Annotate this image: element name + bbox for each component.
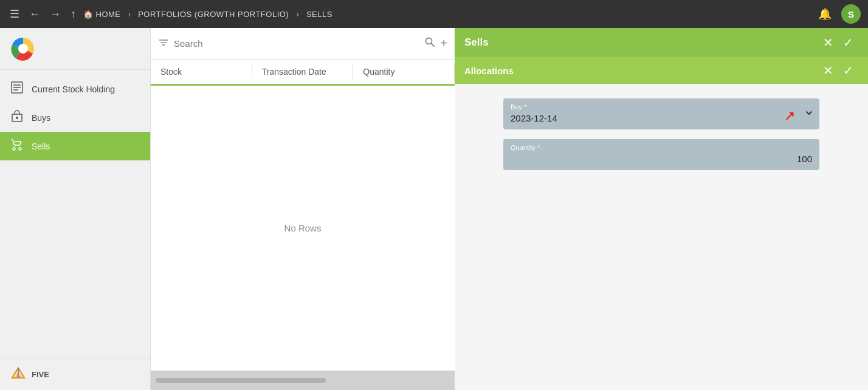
search-icon[interactable] xyxy=(424,36,435,50)
no-rows-label: No Rows xyxy=(284,223,322,233)
sidebar-item-label-sells: Sells xyxy=(32,142,50,151)
sidebar-item-current-stock[interactable]: Current Stock Holding xyxy=(0,75,150,103)
five-brand-label: FIVE xyxy=(32,370,49,379)
svg-point-7 xyxy=(16,117,18,119)
sells-panel-title: Sells xyxy=(464,36,818,49)
search-bar: + xyxy=(151,28,455,60)
sidebar-logo xyxy=(0,28,150,70)
table-header: Stock Transaction Date Quantity xyxy=(151,60,455,86)
svg-line-17 xyxy=(432,44,435,47)
allocations-panel-header: Allocations ✕ ✓ xyxy=(455,57,868,84)
buy-field-value: 2023-12-14 xyxy=(511,113,812,123)
current-stock-icon xyxy=(10,81,24,97)
quantity-field-label: Quantity * xyxy=(511,144,812,151)
home-icon: 🏠 xyxy=(83,10,94,19)
sidebar-item-label-current-stock: Current Stock Holding xyxy=(32,84,115,94)
sells-panel-close-button[interactable]: ✕ xyxy=(818,33,838,52)
horizontal-scrollbar[interactable] xyxy=(156,378,326,383)
right-panel: Sells ✕ ✓ Allocations ✕ ✓ Buy * 2023-12-… xyxy=(455,28,868,390)
buy-field-label: Buy * xyxy=(511,103,812,111)
table-footer xyxy=(151,371,455,390)
dropdown-chevron-icon[interactable] xyxy=(805,109,813,120)
quantity-field-value: 100 xyxy=(511,154,812,164)
quantity-field[interactable]: Quantity * 100 xyxy=(503,139,819,170)
svg-point-1 xyxy=(18,44,28,53)
breadcrumb-sells[interactable]: SELLS xyxy=(306,10,332,19)
svg-point-8 xyxy=(13,148,15,150)
user-avatar[interactable]: S xyxy=(841,4,861,24)
allocations-form: Buy * 2023-12-14 ↗ Quantity * 100 xyxy=(455,84,868,390)
notification-bell-icon[interactable]: 🔔 xyxy=(813,5,836,23)
sells-panel-header: Sells ✕ ✓ xyxy=(455,28,868,57)
sidebar-item-buys[interactable]: Buys xyxy=(0,103,150,132)
col-stock: Stock xyxy=(151,60,252,84)
sidebar-item-label-buys: Buys xyxy=(32,113,50,123)
sidebar-nav: Current Stock Holding Buys xyxy=(0,70,150,358)
content-area: + Stock Transaction Date Quantity No Row… xyxy=(151,28,455,390)
data-table: Stock Transaction Date Quantity No Rows xyxy=(151,60,455,390)
five-logo-icon xyxy=(10,366,27,383)
allocations-panel-confirm-button[interactable]: ✓ xyxy=(838,61,858,80)
back-icon[interactable]: ← xyxy=(27,5,43,23)
filter-icon xyxy=(158,37,169,50)
buy-field[interactable]: Buy * 2023-12-14 ↗ xyxy=(503,98,819,129)
up-icon[interactable]: ↑ xyxy=(68,5,78,23)
menu-icon[interactable]: ☰ xyxy=(7,5,22,23)
breadcrumb-sep-1: › xyxy=(128,9,131,19)
breadcrumb-home[interactable]: 🏠 HOME xyxy=(83,10,121,19)
logo-icon xyxy=(10,35,36,62)
search-input[interactable] xyxy=(174,38,419,49)
buys-icon xyxy=(10,109,24,126)
forward-icon[interactable]: → xyxy=(47,5,63,23)
red-arrow-icon: ↗ xyxy=(784,108,795,123)
add-button[interactable]: + xyxy=(440,36,447,50)
topbar: ☰ ← → ↑ 🏠 HOME › PORTFOLIOS (GROWTH PORT… xyxy=(0,0,868,28)
sidebar-item-sells[interactable]: Sells xyxy=(0,132,150,160)
col-transaction-date: Transaction Date xyxy=(252,60,353,84)
allocations-panel-title: Allocations xyxy=(464,66,818,76)
table-body: No Rows xyxy=(151,86,455,371)
col-quantity: Quantity xyxy=(353,60,454,84)
allocations-panel-close-button[interactable]: ✕ xyxy=(818,61,838,80)
breadcrumb-portfolios[interactable]: PORTFOLIOS (GROWTH PORTFOLIO) xyxy=(138,10,289,19)
sells-icon xyxy=(10,138,24,154)
sidebar: Current Stock Holding Buys xyxy=(0,28,151,390)
svg-point-9 xyxy=(19,148,21,150)
main-layout: Current Stock Holding Buys xyxy=(0,28,868,390)
sells-panel-confirm-button[interactable]: ✓ xyxy=(838,33,858,52)
breadcrumb-sep-2: › xyxy=(296,9,299,19)
sidebar-footer: FIVE xyxy=(0,358,150,390)
